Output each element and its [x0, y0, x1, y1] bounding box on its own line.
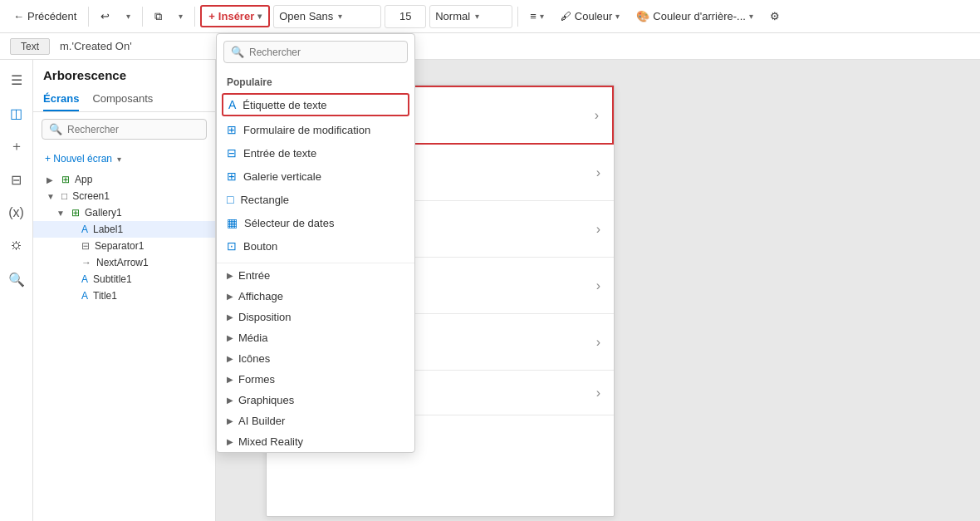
style-chevron: ▾ [475, 12, 479, 21]
edit-form-text: Formulaire de modification [243, 124, 370, 136]
dropdown-cat-entree[interactable]: ▶ Entrée [217, 265, 414, 286]
dropdown-cat-disposition[interactable]: ▶ Disposition [217, 307, 414, 327]
separator-1 [88, 7, 89, 27]
color-label: Couleur [575, 10, 613, 22]
dropdown-item-vertical-gallery[interactable]: ⊞ Galerie verticale [217, 165, 414, 188]
date-picker-text: Sélecteur de dates [244, 217, 334, 229]
cat-disposition-label: Disposition [238, 311, 292, 323]
color-icon: 🖋 [561, 10, 571, 22]
dropdown-search-icon: 🔍 [231, 46, 244, 58]
tree-item-label-title1: Title1 [93, 290, 117, 302]
style-selector[interactable]: Normal ▾ [429, 5, 512, 28]
dropdown-cat-graphiques[interactable]: ▶ Graphiques [217, 390, 414, 410]
gallery-item-3-chevron: › [596, 278, 600, 293]
separator-4 [517, 7, 518, 27]
dropdown-item-text-label[interactable]: A Étiquette de texte [222, 93, 409, 116]
hamburger-icon[interactable]: ☰ [3, 66, 30, 93]
rectangle-text: Rectangle [240, 194, 289, 206]
tree-item-gallery1[interactable]: ▼ ⊞ Gallery1 [33, 204, 215, 221]
copy-dropdown[interactable]: ▾ [172, 8, 189, 24]
tree-item-subtitle1[interactable]: A Subtitle1 [33, 271, 215, 288]
main-layout: ☰ ◫ ＋ ⊟ (x) ⛭ 🔍 Arborescence Écrans Comp… [0, 60, 980, 521]
cat-entree-chevron: ▶ [227, 271, 233, 280]
tree-item-label1[interactable]: A Label1 [33, 221, 215, 238]
tools-icon[interactable]: ⛭ [3, 233, 30, 259]
dropdown-divider [217, 263, 414, 263]
bg-color-icon: 🎨 [636, 10, 649, 22]
align-chevron: ▾ [540, 12, 544, 21]
insert-label: Insérer [218, 10, 254, 22]
bg-color-button[interactable]: 🎨 Couleur d'arrière-... ▾ [630, 7, 760, 26]
add-screen-icon[interactable]: ＋ [3, 133, 30, 160]
cat-graphiques-chevron: ▶ [227, 396, 233, 405]
cat-icones-label: Icônes [238, 352, 270, 365]
tree-title: Arborescence [33, 60, 215, 87]
expand-screen1: ▼ [47, 192, 56, 201]
back-icon: ← [13, 10, 24, 22]
cat-media-chevron: ▶ [227, 333, 233, 342]
dropdown-item-button[interactable]: ⊡ Bouton [217, 234, 414, 258]
insert-button[interactable]: + Insérer ▾ [200, 5, 270, 27]
undo-button[interactable]: ↩ [94, 7, 116, 26]
font-chevron: ▾ [338, 12, 342, 21]
date-picker-icon: ▦ [227, 216, 238, 229]
formula-icon[interactable]: (x) [3, 199, 30, 226]
color-button[interactable]: 🖋 Couleur ▾ [554, 7, 627, 26]
cat-affichage-chevron: ▶ [227, 292, 233, 301]
dropdown-cat-affichage[interactable]: ▶ Affichage [217, 286, 414, 307]
dropdown-cat-formes[interactable]: ▶ Formes [217, 369, 414, 390]
formula-text: m.'Created On' [60, 40, 132, 52]
tree-item-separator1[interactable]: ⊟ Separator1 [33, 238, 215, 254]
undo-dropdown[interactable]: ▾ [120, 8, 137, 24]
expand-gallery1: ▼ [56, 209, 66, 218]
font-size-selector[interactable]: 15 [385, 5, 426, 28]
new-screen-label: + Nouvel écran [45, 153, 112, 165]
dropdown-cat-icones[interactable]: ▶ Icônes [217, 348, 414, 369]
color-chevron: ▾ [615, 12, 620, 21]
tree-item-app[interactable]: ▶ ⊞ App [33, 171, 215, 188]
dropdown-cat-media[interactable]: ▶ Média [217, 327, 414, 348]
copy-button[interactable]: ⧉ [148, 7, 169, 27]
tree-item-nextarrow1[interactable]: → NextArrow1 [33, 254, 215, 271]
align-button[interactable]: ≡ ▾ [523, 7, 551, 26]
text-input-icon: ⊟ [227, 146, 237, 160]
tree-item-screen1[interactable]: ▼ □ Screen1 [33, 188, 215, 204]
font-selector[interactable]: Open Sans ▾ [273, 5, 381, 28]
data-icon[interactable]: ⊟ [3, 166, 30, 193]
app-icon: ⊞ [61, 174, 70, 185]
cat-graphiques-label: Graphiques [238, 394, 294, 406]
new-screen-button[interactable]: + Nouvel écran ▾ [42, 150, 207, 168]
formula-bar: Text m.'Created On' [0, 33, 980, 60]
dropdown-search-input[interactable] [249, 47, 400, 58]
tab-screens[interactable]: Écrans [43, 87, 79, 111]
dropdown-item-edit-form[interactable]: ⊞ Formulaire de modification [217, 118, 414, 141]
gallery-item-5-chevron: › [596, 386, 600, 401]
dropdown-cat-ai-builder[interactable]: ▶ AI Builder [217, 410, 414, 431]
dropdown-search-box[interactable]: 🔍 [223, 41, 408, 63]
gallery-item-1-chevron: › [596, 165, 600, 180]
tree-item-title1[interactable]: A Title1 [33, 288, 215, 304]
tree-search-box[interactable]: 🔍 [42, 119, 207, 140]
dropdown-item-text-input[interactable]: ⊟ Entrée de texte [217, 141, 414, 165]
dropdown-cat-mixed-reality[interactable]: ▶ Mixed Reality [217, 431, 414, 452]
dropdown-section-popular-title: Populaire [217, 73, 414, 91]
tree-search-input[interactable] [67, 124, 199, 135]
dropdown-item-date-picker[interactable]: ▦ Sélecteur de dates [217, 211, 414, 234]
search-icon[interactable]: 🔍 [3, 266, 30, 292]
gallery-item-4-chevron: › [596, 335, 600, 350]
style-label: Normal [435, 10, 470, 22]
button-icon: ⊡ [227, 239, 237, 253]
plus-icon: + [208, 10, 215, 22]
dropdown-item-rectangle[interactable]: □ Rectangle [217, 188, 414, 211]
cat-mixed-chevron: ▶ [227, 437, 233, 446]
tab-components[interactable]: Composants [92, 87, 153, 111]
back-button[interactable]: ← Précédent [7, 7, 83, 26]
font-size-label: 15 [399, 10, 411, 22]
cat-formes-chevron: ▶ [227, 375, 233, 384]
new-screen-chevron: ▾ [117, 155, 121, 164]
screen1-icon: □ [61, 190, 67, 202]
layers-icon[interactable]: ◫ [3, 100, 30, 126]
font-label: Open Sans [279, 10, 333, 22]
cat-formes-label: Formes [238, 373, 275, 386]
settings-button[interactable]: ⚙ [763, 7, 786, 26]
